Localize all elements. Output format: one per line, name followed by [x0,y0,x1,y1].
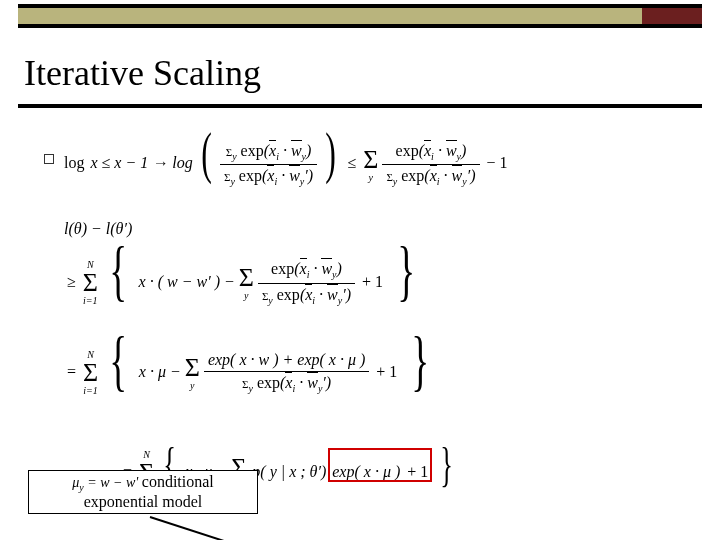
slide-title: Iterative Scaling [24,52,261,94]
frac-2: exp(xi · wy) Σy exp(xi · wy′) [382,142,479,187]
frac-4: exp( x · w ) + exp( x · μ ) Σy exp(xi · … [204,351,369,394]
sum-y-3: Σy [239,265,254,301]
sum-y-4: Σy [185,355,200,391]
p-y-given-x: p( y | x ; θ′) [250,463,328,480]
top-accent-block [642,8,702,24]
leq: ≤ [344,154,359,171]
x-leq-part: x ≤ x − 1 → log [88,154,192,171]
svg-line-0 [150,517,335,540]
content-area: log x ≤ x − 1 → log ( Σy exp(xi · wy) Σy… [0,120,720,540]
callout-tail: conditional [142,473,214,490]
top-rule-2 [18,24,702,28]
top-khaki-band [18,8,702,24]
sum-i-N-2: NΣi=1 [83,350,98,396]
xi-dot-mu: x · μ − [139,363,181,380]
callout-line2: exponential model [84,493,203,510]
arrow-icon [145,512,375,540]
equation-line-1: log x ≤ x − 1 → log ( Σy exp(xi · wy) Σy… [64,142,511,187]
sum-y: Σy [363,147,378,183]
mu-equation: μy = w − w' [72,475,142,490]
xi-dot-w-diff: x · ( w − w′ ) − [139,273,235,290]
title-underline [18,104,702,108]
top-decoration [0,0,720,34]
minus-one: − 1 [484,154,511,171]
bullet-icon [44,154,54,164]
equation-line-4: = NΣi=1 { x · μ − Σy exp( x · w ) + exp(… [64,350,437,396]
frac-1: Σy exp(xi · wy) Σy exp(xi · wy′) [220,142,317,187]
log-text: log [64,154,84,171]
frac-3: exp(xi · wy) Σy exp(xi · wy′) [258,260,355,305]
slide: Iterative Scaling log x ≤ x − 1 → log ( … [0,0,720,540]
geq: ≥ [64,273,79,290]
equation-line-3: ≥ NΣi=1 { x · ( w − w′ ) − Σy exp(xi · w… [64,260,423,306]
highlight-box [328,448,432,482]
sum-i-N: NΣi=1 [83,260,98,306]
callout-box: μy = w − w' conditional exponential mode… [28,470,258,514]
